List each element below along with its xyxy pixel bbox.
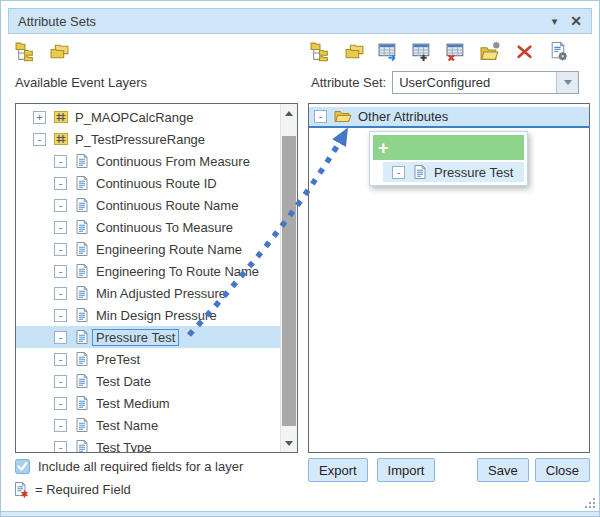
tree-row[interactable]: - Continuous From Measure bbox=[16, 150, 280, 172]
collapse-icon: - bbox=[392, 166, 405, 179]
assign-to-table-button[interactable] bbox=[377, 40, 399, 62]
tree-row-label: Continuous To Measure bbox=[96, 220, 233, 235]
collapse-icon[interactable]: - bbox=[54, 177, 67, 190]
collapse-icon[interactable]: - bbox=[54, 441, 67, 454]
field-icon bbox=[74, 175, 90, 191]
tree-row[interactable]: - Engineering To Route Name bbox=[16, 260, 280, 282]
tree-row[interactable]: - Test Name bbox=[16, 414, 280, 436]
close-icon[interactable]: ✕ bbox=[570, 14, 582, 28]
collapse-icon[interactable]: - bbox=[54, 155, 67, 168]
add-to-table-button[interactable] bbox=[411, 40, 433, 62]
field-icon bbox=[74, 197, 90, 213]
tree-row[interactable]: - PreTest bbox=[16, 348, 280, 370]
tree-row[interactable]: - Continuous Route Name bbox=[16, 194, 280, 216]
plus-icon: + bbox=[378, 139, 389, 157]
attribute-set-value: UserConfigured bbox=[393, 72, 556, 93]
collapse-all-folders-icon bbox=[49, 41, 70, 62]
collapse-all-attributes-button[interactable] bbox=[343, 40, 365, 62]
tree-row[interactable]: - P_TestPressureRange bbox=[16, 128, 280, 150]
attribute-set-label: Attribute Set: bbox=[311, 75, 386, 90]
tree-row-label: Continuous From Measure bbox=[96, 154, 250, 169]
field-icon bbox=[74, 263, 90, 279]
collapse-icon[interactable]: - bbox=[54, 419, 67, 432]
right-toolbar bbox=[309, 40, 569, 62]
required-field-text: = Required Field bbox=[35, 482, 131, 497]
drop-indicator-bar: + bbox=[373, 135, 524, 160]
collapse-icon[interactable]: - bbox=[54, 199, 67, 212]
chevron-down-icon bbox=[564, 80, 572, 85]
event-layer-icon bbox=[53, 109, 69, 125]
tree-row[interactable]: - Min Design Pressure bbox=[16, 304, 280, 326]
tree-row-label: Min Adjusted Pressure bbox=[96, 286, 226, 301]
tree-row[interactable]: - Test Medium bbox=[16, 392, 280, 414]
export-button[interactable]: Export bbox=[308, 458, 368, 482]
window-bottom-frame bbox=[1, 511, 599, 516]
expand-all-attributes-button[interactable] bbox=[309, 40, 331, 62]
tree-row-label: PreTest bbox=[96, 352, 140, 367]
field-icon bbox=[74, 373, 90, 389]
tree-row-label: Engineering Route Name bbox=[96, 242, 242, 257]
field-icon bbox=[74, 351, 90, 367]
available-event-layers-heading: Available Event Layers bbox=[15, 75, 147, 90]
drag-item-label: Pressure Test bbox=[434, 165, 513, 180]
field-icon bbox=[74, 417, 90, 433]
delete-attribute-set-button[interactable] bbox=[513, 40, 535, 62]
attribute-set-panel: - Other Attributes + - Pressure Test bbox=[308, 103, 590, 453]
page-gear-icon bbox=[548, 41, 569, 62]
field-icon bbox=[74, 395, 90, 411]
tree-row[interactable]: - Engineering Route Name bbox=[16, 238, 280, 260]
tree-row-label: Test Date bbox=[96, 374, 151, 389]
tree-row-label: Test Type bbox=[96, 440, 151, 454]
collapse-icon[interactable]: - bbox=[314, 110, 327, 123]
new-attribute-set-button[interactable] bbox=[479, 40, 501, 62]
scroll-up-button[interactable] bbox=[281, 105, 297, 121]
tree-row-label: Continuous Route Name bbox=[96, 198, 238, 213]
tree-row[interactable]: - Test Date bbox=[16, 370, 280, 392]
field-icon bbox=[74, 153, 90, 169]
collapse-icon[interactable]: - bbox=[33, 133, 46, 146]
collapse-icon[interactable]: - bbox=[54, 287, 67, 300]
tree-row[interactable]: - Test Type bbox=[16, 436, 280, 453]
collapse-icon[interactable]: - bbox=[54, 397, 67, 410]
collapse-icon[interactable]: - bbox=[54, 309, 67, 322]
tree-row[interactable]: - Continuous Route ID bbox=[16, 172, 280, 194]
drag-ghost: + - Pressure Test bbox=[369, 131, 528, 186]
table-plus-icon bbox=[412, 41, 433, 62]
close-button[interactable]: Close bbox=[535, 458, 590, 482]
tree-row-selected[interactable]: - Pressure Test bbox=[16, 326, 280, 348]
import-button[interactable]: Import bbox=[377, 458, 436, 482]
collapse-all-layers-button[interactable] bbox=[48, 40, 70, 62]
combobox-dropdown-button[interactable] bbox=[556, 72, 578, 93]
collapse-icon[interactable]: - bbox=[54, 331, 67, 344]
tree-row[interactable]: - Continuous To Measure bbox=[16, 216, 280, 238]
table-remove-icon bbox=[446, 41, 467, 62]
required-field-legend: = Required Field bbox=[13, 481, 131, 498]
collapse-arrow-icon[interactable]: ▾ bbox=[552, 16, 558, 27]
expand-icon[interactable]: + bbox=[33, 111, 46, 124]
scroll-down-button[interactable] bbox=[281, 435, 297, 451]
collapse-icon[interactable]: - bbox=[54, 265, 67, 278]
footer-buttons: Export Import Save Close bbox=[308, 458, 590, 482]
folder-open-icon bbox=[334, 109, 352, 124]
available-layers-tree-panel: + P_MAOPCalcRange - P_TestPressureRange … bbox=[15, 103, 298, 453]
resize-grip[interactable] bbox=[584, 497, 596, 509]
collapse-icon[interactable]: - bbox=[54, 353, 67, 366]
collapse-icon[interactable]: - bbox=[54, 243, 67, 256]
expand-all-tree-icon bbox=[15, 41, 36, 62]
remove-from-table-button[interactable] bbox=[445, 40, 467, 62]
checked-checkbox-icon[interactable] bbox=[15, 459, 30, 474]
attribute-set-combobox[interactable]: UserConfigured bbox=[392, 71, 579, 94]
collapse-icon[interactable]: - bbox=[54, 221, 67, 234]
other-attributes-node[interactable]: - Other Attributes bbox=[309, 107, 589, 128]
tree-row[interactable]: - Min Adjusted Pressure bbox=[16, 282, 280, 304]
tree-row[interactable]: + P_MAOPCalcRange bbox=[16, 106, 280, 128]
expand-all-layers-button[interactable] bbox=[14, 40, 36, 62]
tree-scrollbar[interactable] bbox=[280, 104, 297, 452]
field-icon bbox=[74, 329, 90, 345]
field-icon bbox=[412, 164, 428, 180]
drag-ghost-item: - Pressure Test bbox=[383, 162, 524, 182]
properties-button[interactable] bbox=[547, 40, 569, 62]
collapse-icon[interactable]: - bbox=[54, 375, 67, 388]
save-button[interactable]: Save bbox=[477, 458, 529, 482]
scrollbar-thumb[interactable] bbox=[282, 136, 296, 426]
